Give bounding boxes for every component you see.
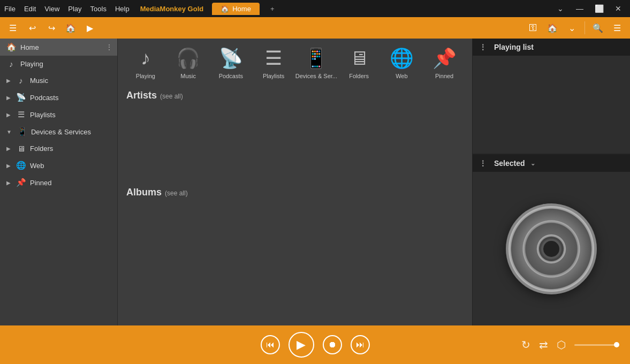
sidebar-label-home: Home bbox=[20, 43, 101, 51]
play-button[interactable]: ▶ bbox=[289, 332, 314, 358]
qa-playing-label: Playing bbox=[136, 73, 155, 79]
artists-see-all[interactable]: (see all) bbox=[160, 93, 183, 100]
window-dropdown[interactable]: ⌄ bbox=[553, 3, 568, 14]
window-minimize[interactable]: — bbox=[572, 3, 587, 14]
toolbar-filter-btn[interactable]: ⚿ bbox=[525, 19, 542, 36]
menu-file[interactable]: File bbox=[4, 5, 16, 13]
podcasts-icon: 📡 bbox=[16, 93, 26, 102]
devices-chevron: ▼ bbox=[6, 129, 12, 135]
window-close[interactable]: ✕ bbox=[611, 3, 626, 14]
volume-knob[interactable] bbox=[614, 342, 619, 347]
sidebar-item-playlists[interactable]: ▶ ☰ Playlists bbox=[0, 106, 117, 123]
toolbar-home2-btn[interactable]: 🏠 bbox=[544, 19, 561, 36]
selected-header: ⋮ Selected ⌄ bbox=[473, 155, 630, 172]
web-icon: 🌐 bbox=[16, 161, 26, 170]
tab-home-label: Home bbox=[232, 5, 251, 13]
stop-button[interactable]: ⏺ bbox=[323, 335, 342, 354]
qa-podcasts[interactable]: 📡 Podcasts bbox=[210, 47, 253, 79]
home-tab[interactable]: 🏠 Home bbox=[212, 3, 260, 15]
content-area: ♪ Playing 🎧 Music 📡 Podcasts ☰ Playlists… bbox=[118, 39, 472, 325]
qa-devices[interactable]: 📱 Devices & Ser... bbox=[295, 47, 338, 79]
music-chevron: ▶ bbox=[6, 78, 11, 84]
toolbar-home-btn[interactable]: 🏠 bbox=[62, 19, 79, 36]
vinyl-disc bbox=[506, 203, 597, 294]
albums-see-all[interactable]: (see all) bbox=[165, 189, 188, 197]
app-name: MediaMonkey Gold bbox=[140, 5, 203, 13]
next-button[interactable]: ⏭ bbox=[351, 335, 370, 354]
qa-playing[interactable]: ♪ Playing bbox=[124, 47, 167, 79]
sidebar-label-playing: Playing bbox=[20, 60, 113, 68]
qa-folders[interactable]: 🖥 Folders bbox=[338, 47, 381, 79]
volume-slider[interactable] bbox=[574, 344, 617, 346]
albums-title: Albums bbox=[126, 187, 162, 198]
sidebar-item-pinned[interactable]: ▶ 📌 Pinned bbox=[0, 174, 117, 191]
qa-music[interactable]: 🎧 Music bbox=[167, 47, 210, 79]
toolbar-undo-btn[interactable]: ↩ bbox=[24, 19, 41, 36]
sidebar-item-playing[interactable]: ♪ Playing bbox=[0, 56, 117, 72]
qa-playlists[interactable]: ☰ Playlists bbox=[252, 47, 295, 79]
player-bar: ⏮ ▶ ⏺ ⏭ ↻ ⇄ ⬡ bbox=[0, 325, 630, 364]
qa-pinned-label: Pinned bbox=[435, 73, 453, 79]
playing-icon: ♪ bbox=[6, 59, 16, 69]
toolbar-menu-btn[interactable]: ☰ bbox=[4, 19, 21, 36]
menu-tools[interactable]: Tools bbox=[90, 5, 107, 13]
menu-help[interactable]: Help bbox=[115, 5, 130, 13]
menu-view[interactable]: View bbox=[44, 5, 59, 13]
sidebar-dots-home[interactable]: ⋮ bbox=[105, 43, 113, 51]
sidebar-label-web: Web bbox=[30, 162, 113, 170]
qa-devices-label: Devices & Ser... bbox=[295, 73, 337, 79]
toolbar-dropdown-btn[interactable]: ⌄ bbox=[563, 19, 580, 36]
toolbar-search-btn[interactable]: 🔍 bbox=[589, 19, 606, 36]
vinyl-center bbox=[543, 241, 559, 257]
qa-music-icon: 🎧 bbox=[176, 47, 200, 70]
vinyl-container bbox=[473, 172, 630, 325]
sidebar-label-music: Music bbox=[30, 77, 113, 85]
toolbar-view-btn[interactable]: ☰ bbox=[609, 19, 626, 36]
qa-pinned[interactable]: 📌 Pinned bbox=[423, 47, 466, 79]
scroll-content: Artists (see all) Albums (see all) bbox=[118, 84, 472, 325]
sidebar-item-web[interactable]: ▶ 🌐 Web bbox=[0, 157, 117, 174]
prev-button[interactable]: ⏮ bbox=[261, 335, 280, 354]
cast-button[interactable]: ⬡ bbox=[557, 338, 566, 351]
artists-title: Artists bbox=[126, 90, 157, 101]
playlists-icon: ☰ bbox=[16, 110, 26, 119]
qa-playing-icon: ♪ bbox=[141, 47, 150, 70]
shuffle-button[interactable]: ⇄ bbox=[539, 338, 548, 351]
music-icon: ♪ bbox=[16, 76, 26, 85]
qa-playlists-label: Playlists bbox=[263, 73, 284, 79]
sidebar-item-home[interactable]: 🏠 Home ⋮ bbox=[0, 39, 117, 56]
artists-section-header: Artists (see all) bbox=[126, 84, 464, 105]
selected-dots[interactable]: ⋮ bbox=[479, 159, 487, 168]
selected-chevron[interactable]: ⌄ bbox=[530, 160, 535, 167]
menu-bar: File Edit View Play Tools Help MediaMonk… bbox=[4, 5, 203, 13]
sidebar-item-podcasts[interactable]: ▶ 📡 Podcasts bbox=[0, 89, 117, 106]
toolbar-forward-btn[interactable]: ▶ bbox=[81, 19, 98, 36]
sidebar-label-devices: Devices & Services bbox=[31, 128, 113, 136]
pinned-chevron: ▶ bbox=[6, 180, 11, 186]
sidebar-item-music[interactable]: ▶ ♪ Music bbox=[0, 72, 117, 89]
tab-home-icon: 🏠 bbox=[221, 5, 229, 13]
window-maximize[interactable]: ⬜ bbox=[591, 3, 606, 14]
sidebar: 🏠 Home ⋮ ♪ Playing ▶ ♪ Music ▶ 📡 Podcast… bbox=[0, 39, 118, 325]
qa-playlists-icon: ☰ bbox=[265, 47, 282, 70]
playing-list-dots[interactable]: ⋮ bbox=[479, 43, 487, 51]
qa-web-icon: 🌐 bbox=[390, 47, 414, 70]
main-layout: 🏠 Home ⋮ ♪ Playing ▶ ♪ Music ▶ 📡 Podcast… bbox=[0, 39, 630, 325]
new-tab-button[interactable]: + bbox=[270, 5, 275, 13]
folders-icon: 🖥 bbox=[16, 144, 26, 153]
toolbar-redo-btn[interactable]: ↪ bbox=[43, 19, 60, 36]
toolbar-sep bbox=[585, 21, 585, 34]
menu-edit[interactable]: Edit bbox=[24, 5, 36, 13]
toolbar-right: ⚿ 🏠 ⌄ 🔍 ☰ bbox=[525, 19, 626, 36]
qa-podcasts-label: Podcasts bbox=[219, 73, 243, 79]
repeat-button[interactable]: ↻ bbox=[521, 338, 530, 351]
albums-content bbox=[126, 202, 464, 277]
qa-music-label: Music bbox=[180, 73, 196, 79]
qa-web[interactable]: 🌐 Web bbox=[381, 47, 423, 79]
quick-access-bar: ♪ Playing 🎧 Music 📡 Podcasts ☰ Playlists… bbox=[118, 39, 472, 84]
sidebar-item-folders[interactable]: ▶ 🖥 Folders bbox=[0, 140, 117, 157]
home-icon: 🏠 bbox=[6, 42, 16, 52]
sidebar-item-devices[interactable]: ▼ 📱 Devices & Services bbox=[0, 123, 117, 140]
devices-icon: 📱 bbox=[17, 127, 27, 136]
menu-play[interactable]: Play bbox=[68, 5, 81, 13]
